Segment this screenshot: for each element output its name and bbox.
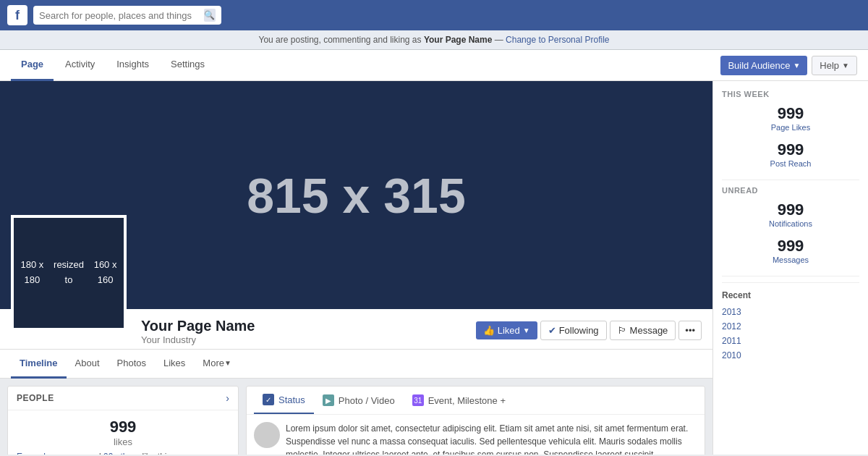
post-tab-event[interactable]: 31 Event, Milestone +	[404, 387, 514, 414]
tab-activity[interactable]: Activity	[55, 50, 105, 81]
following-label: Following	[559, 325, 599, 336]
build-audience-button[interactable]: Build Audience ▼	[720, 56, 807, 75]
content-area: PEOPLE › 999 likes Example person , and …	[0, 379, 712, 455]
sec-tab-about[interactable]: About	[67, 350, 109, 379]
divider-1	[722, 180, 859, 180]
people-likes-count: 999	[17, 418, 229, 436]
people-panel-title: PEOPLE	[17, 393, 54, 403]
message-label: Message	[630, 325, 668, 336]
photo-tab-label: Photo / Video	[339, 395, 395, 406]
facebook-logo: f	[7, 5, 27, 25]
event-tab-label: Event, Milestone +	[428, 395, 506, 406]
status-tab-label: Status	[278, 394, 305, 405]
thumbs-up-icon: 👍	[483, 325, 495, 336]
more-dots-button[interactable]: •••	[678, 321, 702, 340]
notice-prefix: You are posting, commenting and liking a…	[259, 35, 424, 45]
notifications-stat: 999 Notifications	[722, 200, 859, 228]
page-name-info: Your Page Name Your Industry	[141, 315, 476, 345]
tab-page[interactable]: Page	[11, 50, 54, 81]
people-likes-text: Example person , and 99 others like this…	[17, 452, 229, 455]
page-likes-stat: 999 Page Likes	[722, 104, 859, 132]
profile-photo-placeholder[interactable]: 180 x 180 resized to 160 x 160	[11, 215, 127, 331]
recent-section: Recent 2013 2012 2011 2010	[722, 282, 859, 363]
notice-bar: You are posting, commenting and liking a…	[0, 30, 868, 50]
post-reach-label[interactable]: Post Reach	[722, 159, 859, 168]
post-reach-stat: 999 Post Reach	[722, 140, 859, 168]
help-label: Help	[820, 60, 839, 71]
page-nav-tabs: Page Activity Insights Settings	[11, 50, 720, 81]
this-week-title: THIS WEEK	[722, 90, 859, 98]
people-likes-label: likes	[17, 436, 229, 447]
sec-tab-timeline[interactable]: Timeline	[11, 350, 67, 379]
people-panel-body: 999 likes Example person , and 99 others…	[8, 410, 238, 455]
top-nav: f 🔍	[0, 0, 868, 30]
sec-tab-more-caret: ▼	[224, 359, 231, 367]
recent-year-2012[interactable]: 2012	[722, 319, 859, 334]
build-audience-label: Build Audience	[728, 60, 790, 71]
post-tab-photo[interactable]: ▶ Photo / Video	[314, 387, 404, 414]
unread-title: UNREAD	[722, 186, 859, 195]
people-panel-header: PEOPLE ›	[8, 387, 238, 410]
recent-title: Recent	[722, 290, 859, 300]
sec-tab-more[interactable]: More ▼	[194, 350, 240, 379]
page-industry: Your Industry	[141, 334, 476, 345]
message-button[interactable]: 🏳 Message	[610, 321, 676, 340]
build-audience-caret: ▼	[793, 62, 800, 69]
liked-caret: ▼	[523, 326, 530, 334]
liked-button[interactable]: 👍 Liked ▼	[476, 321, 537, 339]
photo-icon: ▶	[323, 394, 334, 406]
sec-tab-photos[interactable]: Photos	[109, 350, 155, 379]
recent-year-2010[interactable]: 2010	[722, 348, 859, 363]
post-tab-status[interactable]: ✓ Status	[254, 387, 314, 414]
following-button[interactable]: ✔ Following	[540, 321, 607, 340]
post-reach-count: 999	[722, 140, 859, 159]
profile-photo-line1: 180 x 180	[14, 258, 51, 288]
unread-section: UNREAD 999 Notifications 999 Messages	[722, 186, 859, 264]
help-caret: ▼	[842, 62, 849, 69]
page-actions: 👍 Liked ▼ ✔ Following 🏳 Message •••	[476, 315, 702, 340]
search-button[interactable]: 🔍	[204, 9, 216, 22]
right-sidebar: THIS WEEK 999 Page Likes 999 Post Reach …	[712, 81, 868, 455]
others-link[interactable]: 99 others	[103, 452, 140, 455]
likes-text-suffix: , and	[82, 452, 103, 455]
sec-tab-likes[interactable]: Likes	[155, 350, 194, 379]
page-likes-label[interactable]: Page Likes	[722, 123, 859, 132]
help-button[interactable]: Help ▼	[812, 56, 857, 75]
cover-dimensions-label: 815 x 315	[247, 167, 466, 224]
status-icon: ✓	[263, 394, 274, 405]
page-likes-count: 999	[722, 104, 859, 123]
notifications-count: 999	[722, 200, 859, 219]
post-avatar	[254, 422, 280, 448]
people-panel-chevron[interactable]: ›	[226, 392, 229, 404]
likes-text-end: like this.	[142, 452, 173, 455]
change-profile-link[interactable]: Change to Personal Profile	[506, 35, 609, 45]
messages-count: 999	[722, 237, 859, 256]
main-layout: 815 x 315 180 x 180 resized to 160 x 160…	[0, 81, 868, 455]
post-text: Lorem ipsum dolor sit amet, consectetur …	[286, 422, 697, 455]
search-bar-container: 🔍	[33, 6, 221, 25]
post-panel: ✓ Status ▶ Photo / Video 31 Event, Miles…	[246, 386, 705, 455]
messages-stat: 999 Messages	[722, 237, 859, 264]
checkmark-icon: ✔	[548, 325, 556, 336]
notifications-label[interactable]: Notifications	[722, 219, 859, 228]
page-nav: Page Activity Insights Settings Build Au…	[0, 50, 868, 81]
recent-year-2013[interactable]: 2013	[722, 305, 859, 319]
secondary-nav: Timeline About Photos Likes More ▼	[0, 350, 712, 379]
search-input[interactable]	[39, 10, 200, 21]
this-week-section: THIS WEEK 999 Page Likes 999 Post Reach	[722, 90, 859, 168]
liked-label: Liked	[498, 325, 520, 336]
profile-photo-line2: resized to	[51, 258, 87, 288]
recent-year-2011[interactable]: 2011	[722, 334, 859, 348]
messages-label[interactable]: Messages	[722, 256, 859, 264]
tab-insights[interactable]: Insights	[106, 50, 159, 81]
more-dots-label: •••	[685, 325, 695, 336]
page-nav-right: Build Audience ▼ Help ▼	[720, 56, 857, 75]
people-panel: PEOPLE › 999 likes Example person , and …	[7, 386, 239, 455]
center-column: 815 x 315 180 x 180 resized to 160 x 160…	[0, 81, 712, 455]
divider-2	[722, 276, 859, 276]
example-person-link[interactable]: Example person	[17, 452, 80, 455]
tab-settings[interactable]: Settings	[161, 50, 215, 81]
profile-photo-line3: 160 x 160	[87, 258, 124, 288]
sec-tab-more-label: More	[203, 358, 224, 368]
event-icon: 31	[412, 394, 424, 406]
